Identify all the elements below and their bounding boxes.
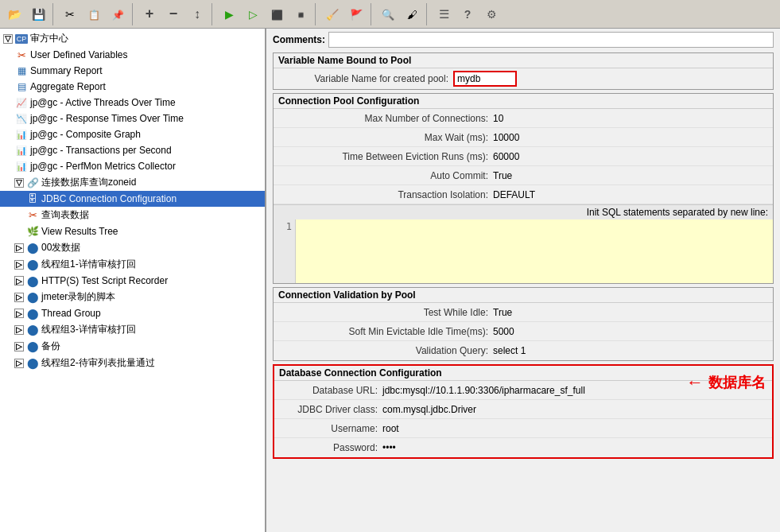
- db-url-label: Database URL:: [279, 385, 382, 396]
- test-idle-row: Test While Idle: True: [274, 303, 773, 322]
- expand-test-plan[interactable]: ▽: [3, 34, 13, 44]
- test-idle-label: Test While Idle:: [278, 307, 493, 318]
- stop-button[interactable]: [266, 3, 288, 25]
- expand-00-data[interactable]: ▷: [14, 243, 24, 253]
- tree-label-composite-graph: jp@gc - Composite Graph: [30, 129, 141, 140]
- tree-item-http-recorder[interactable]: ▷ ⬤ HTTP(S) Test Script Recorder: [0, 273, 265, 289]
- cut-button[interactable]: [59, 3, 81, 25]
- tree-label-test-plan: 审方中心: [30, 32, 68, 45]
- pool-config-section: Connection Pool Configuration Max Number…: [273, 93, 774, 284]
- flag-button[interactable]: [345, 3, 367, 25]
- tree-label-thread-group3: 线程组3-详情审核打回: [41, 323, 136, 336]
- init-sql-label: Init SQL statements separated by new lin…: [274, 204, 773, 219]
- transaction-label: Transaction Isolation:: [278, 189, 493, 200]
- thread-group-icon: ⬤: [25, 307, 40, 320]
- tree-item-composite-graph[interactable]: 📊 jp@gc - Composite Graph: [0, 126, 265, 142]
- tree-item-thread-group[interactable]: ▷ ⬤ Thread Group: [0, 305, 265, 321]
- play-button[interactable]: [218, 3, 240, 25]
- user-vars-icon: ✂: [14, 49, 29, 61]
- thread-group3-icon: ⬤: [25, 324, 40, 336]
- expand-thread-group[interactable]: ▷: [14, 309, 24, 318]
- main-toolbar: [0, 0, 780, 29]
- tree-item-thread-group3[interactable]: ▷ ⬤ 线程组3-详情审核打回: [0, 321, 265, 338]
- tree-item-test-plan[interactable]: ▽ CP 审方中心: [0, 30, 265, 47]
- username-value: root: [382, 423, 399, 434]
- search-button[interactable]: [377, 3, 399, 25]
- expand-thread-group1[interactable]: ▷: [14, 260, 24, 270]
- move-button[interactable]: [186, 3, 208, 25]
- play-no-pause-button[interactable]: [242, 3, 264, 25]
- validation-title: Connection Validation by Pool: [274, 288, 773, 303]
- expand-connect-db[interactable]: ▽: [14, 178, 24, 188]
- db-url-value: jdbc:mysql://10.1.1.90:3306/ipharmacare_…: [382, 385, 585, 396]
- max-wait-value: 10000: [493, 132, 519, 143]
- annotation-text: 数据库名: [708, 373, 766, 392]
- tree-label-active-threads: jp@gc - Active Threads Over Time: [30, 97, 176, 108]
- copy-button[interactable]: [83, 3, 105, 25]
- soft-min-value: 5000: [493, 326, 514, 337]
- jdbc-driver-value: com.mysql.jdbc.Driver: [382, 404, 476, 415]
- settings-button[interactable]: [480, 3, 503, 25]
- list-button[interactable]: [433, 3, 455, 25]
- expand-backup[interactable]: ▷: [14, 342, 24, 351]
- paste-button[interactable]: [107, 3, 129, 25]
- view-results-icon: 🌿: [25, 225, 40, 238]
- tree-item-jmeter-script[interactable]: ▷ ⬤ jmeter录制的脚本: [0, 289, 265, 305]
- add-button[interactable]: [138, 3, 161, 25]
- save-button[interactable]: [27, 3, 49, 25]
- tree-item-00-data[interactable]: ▷ ⬤ 00发数据: [0, 239, 265, 256]
- tree-item-jdbc-config[interactable]: 🗄 JDBC Connection Configuration: [0, 191, 265, 207]
- tree-item-thread-group1[interactable]: ▷ ⬤ 线程组1-详情审核打回: [0, 256, 265, 273]
- tree-label-response-times: jp@gc - Response Times Over Time: [30, 113, 184, 124]
- brush-button[interactable]: [401, 3, 423, 25]
- perfmon-icon: 📊: [14, 160, 29, 173]
- tree-item-active-threads[interactable]: 📈 jp@gc - Active Threads Over Time: [0, 95, 265, 111]
- clear-button[interactable]: [321, 3, 343, 25]
- tree-label-backup: 备份: [41, 340, 60, 353]
- expand-thread-group2[interactable]: ▷: [14, 359, 24, 368]
- tree-panel: ▽ CP 审方中心 ✂ User Defined Variables ▦ Sum…: [0, 29, 266, 532]
- tree-item-connect-db[interactable]: ▽ 🔗 连接数据库查询zoneid: [0, 174, 265, 191]
- tree-label-summary-report: Summary Report: [30, 65, 103, 76]
- tree-label-connect-db: 连接数据库查询zoneid: [41, 176, 136, 189]
- response-times-icon: 📉: [14, 112, 29, 125]
- tree-item-user-vars[interactable]: ✂ User Defined Variables: [0, 47, 265, 63]
- summary-icon: ▦: [14, 64, 29, 77]
- help-button[interactable]: [456, 3, 479, 25]
- auto-commit-label: Auto Commit:: [278, 170, 493, 181]
- tree-item-response-times[interactable]: 📉 jp@gc - Response Times Over Time: [0, 111, 265, 126]
- toolbar-sep-2: [132, 3, 135, 25]
- jdbc-config-icon: 🗄: [25, 192, 40, 205]
- init-sql-content[interactable]: [296, 219, 773, 283]
- active-threads-icon: 📈: [14, 96, 29, 109]
- db-annotation-wrapper: ← 数据库名: [686, 372, 766, 393]
- tree-item-thread-group2[interactable]: ▷ ⬤ 线程组2-待审列表批量通过: [0, 355, 265, 371]
- remove-button[interactable]: [162, 3, 184, 25]
- main-layout: ▽ CP 审方中心 ✂ User Defined Variables ▦ Sum…: [0, 29, 780, 532]
- tree-item-query-table[interactable]: ✂ 查询表数据: [0, 207, 265, 223]
- tree-label-jdbc-config: JDBC Connection Configuration: [41, 193, 177, 204]
- username-label: Username:: [279, 423, 382, 434]
- tree-item-aggregate-report[interactable]: ▤ Aggregate Report: [0, 79, 265, 95]
- open-button[interactable]: [3, 3, 25, 25]
- auto-commit-value: True: [493, 170, 512, 181]
- tree-item-summary-report[interactable]: ▦ Summary Report: [0, 63, 265, 79]
- tree-item-backup[interactable]: ▷ ⬤ 备份: [0, 338, 265, 355]
- toolbar-sep-3: [211, 3, 215, 25]
- tree-item-perfmon[interactable]: 📊 jp@gc - PerfMon Metrics Collector: [0, 158, 265, 174]
- comments-input[interactable]: [328, 32, 774, 48]
- tree-item-view-results[interactable]: 🌿 View Results Tree: [0, 223, 265, 239]
- expand-http-recorder[interactable]: ▷: [14, 276, 24, 285]
- http-recorder-icon: ⬤: [25, 274, 40, 287]
- pool-config-title: Connection Pool Configuration: [274, 94, 773, 109]
- var-name-input[interactable]: [453, 71, 517, 87]
- expand-jmeter-script[interactable]: ▷: [14, 293, 24, 302]
- jdbc-driver-row: JDBC Driver class: com.mysql.jdbc.Driver: [274, 400, 772, 419]
- expand-thread-group3[interactable]: ▷: [14, 325, 24, 335]
- tree-label-query-table: 查询表数据: [41, 208, 89, 222]
- tree-item-transactions[interactable]: 📊 jp@gc - Transactions per Second: [0, 142, 265, 158]
- transactions-icon: 📊: [14, 144, 29, 157]
- tree-label-thread-group1: 线程组1-详情审核打回: [41, 258, 136, 271]
- tree-label-transactions: jp@gc - Transactions per Second: [30, 145, 172, 156]
- stop-now-button[interactable]: [289, 3, 312, 25]
